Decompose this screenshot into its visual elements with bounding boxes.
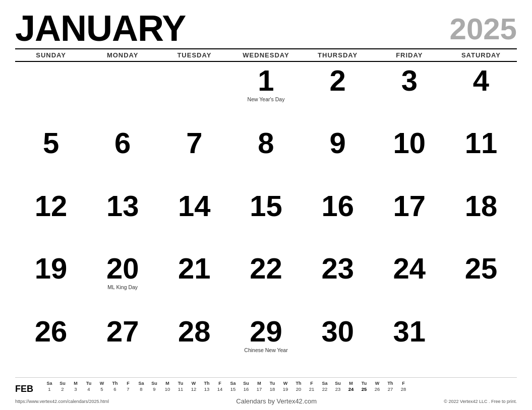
mini-day-label: Th xyxy=(200,381,213,386)
calendar-cell xyxy=(158,63,230,125)
holiday-label: ML King Day xyxy=(107,284,138,291)
mini-date: 12 xyxy=(187,386,200,392)
day-header-sunday: SUNDAY xyxy=(15,51,87,59)
day-number: 19 xyxy=(35,254,68,283)
day-number: 17 xyxy=(393,191,426,221)
calendar-cell xyxy=(15,63,87,125)
mini-date: 4 xyxy=(82,386,95,392)
day-number: 8 xyxy=(258,128,274,158)
day-number: 29 xyxy=(250,317,282,346)
calendar-cell: 15 xyxy=(230,188,302,251)
calendar-cell: 22 xyxy=(230,251,302,313)
day-number: 28 xyxy=(178,317,211,346)
calendar-cell: 9 xyxy=(302,125,374,188)
mini-day-label: Sa xyxy=(43,381,56,386)
calendar-cell: 6 xyxy=(87,125,158,188)
day-number: 26 xyxy=(35,317,68,346)
mini-date: 17 xyxy=(253,386,266,392)
mini-day-label: M xyxy=(253,381,266,386)
mini-day-label: F xyxy=(213,381,226,386)
footer-url: https://www.vertex42.com/calendars/2025.… xyxy=(15,399,109,404)
mini-dates-row: 1234567891011121314151617181920212223242… xyxy=(43,386,517,392)
mini-date: 13 xyxy=(200,386,213,392)
calendar-cell: 31 xyxy=(374,314,445,376)
holiday-label: Chinese New Year xyxy=(244,347,287,354)
mini-date: 15 xyxy=(226,386,240,392)
day-number: 18 xyxy=(465,191,498,221)
calendar-cell: 7 xyxy=(158,125,230,188)
mini-day-label: Th xyxy=(108,381,122,386)
day-number: 24 xyxy=(393,254,426,283)
calendar-cell: 1New Year's Day xyxy=(230,63,302,125)
calendar-cell: 19 xyxy=(15,251,87,313)
day-number: 20 xyxy=(106,254,139,283)
mini-day-label: F xyxy=(122,381,135,386)
calendar-cell: 10 xyxy=(374,125,445,188)
calendar-cell: 17 xyxy=(374,188,445,251)
days-header: SUNDAYMONDAYTUESDAYWEDNESDAYTHURSDAYFRID… xyxy=(15,48,517,62)
mini-date: 14 xyxy=(213,386,226,392)
mini-footer: FEB SaSuMTuWThFSaSuMTuWThFSaSuMTuWThFSaS… xyxy=(15,377,517,405)
day-number: 10 xyxy=(393,128,426,158)
mini-date: 16 xyxy=(240,386,253,392)
mini-date: 11 xyxy=(174,386,187,392)
day-number: 2 xyxy=(330,66,346,95)
mini-date: 22 xyxy=(318,386,331,392)
day-header-friday: FRIDAY xyxy=(374,51,445,59)
holiday-label: New Year's Day xyxy=(248,96,285,103)
day-header-monday: MONDAY xyxy=(87,51,158,59)
calendar-cell: 27 xyxy=(87,314,158,376)
day-header-tuesday: TUESDAY xyxy=(158,51,230,59)
mini-date: 10 xyxy=(161,386,174,392)
mini-date: 1 xyxy=(43,386,56,392)
mini-day-label: F xyxy=(397,381,410,386)
mini-date: 20 xyxy=(292,386,305,392)
day-number: 31 xyxy=(393,317,426,346)
day-number: 15 xyxy=(250,191,282,221)
mini-date: 7 xyxy=(122,386,135,392)
day-number: 1 xyxy=(258,66,274,95)
day-number: 7 xyxy=(186,128,202,158)
calendar-cell: 30 xyxy=(302,314,374,376)
calendar-cell: 23 xyxy=(302,251,374,313)
mini-day-label: Th xyxy=(384,381,397,386)
mini-day-label: W xyxy=(95,381,108,386)
calendar-cell: 25 xyxy=(445,251,517,313)
mini-date: 21 xyxy=(305,386,318,392)
calendar-cell: 16 xyxy=(302,188,374,251)
mini-day-label: W xyxy=(187,381,200,386)
mini-day-label: Su xyxy=(331,381,344,386)
bottom-bar: https://www.vertex42.com/calendars/2025.… xyxy=(15,395,517,405)
day-number: 3 xyxy=(401,66,418,95)
mini-date: 5 xyxy=(95,386,108,392)
calendar-cell: 3 xyxy=(374,63,445,125)
mini-day-label: Th xyxy=(292,381,305,386)
day-number: 23 xyxy=(321,254,354,283)
mini-day-label: Sa xyxy=(318,381,331,386)
day-header-thursday: THURSDAY xyxy=(302,51,374,59)
calendar-cell: 4 xyxy=(445,63,517,125)
mini-day-label: M xyxy=(161,381,174,386)
mini-date: 19 xyxy=(279,386,292,392)
mini-date: 9 xyxy=(148,386,161,392)
mini-date: 26 xyxy=(371,386,384,392)
mini-day-label: Sa xyxy=(226,381,240,386)
day-number: 16 xyxy=(321,191,354,221)
day-number: 4 xyxy=(473,66,489,95)
calendar-container: JANUARY 2025 SUNDAYMONDAYTUESDAYWEDNESDA… xyxy=(0,0,532,410)
mini-day-label: Tu xyxy=(174,381,187,386)
mini-date: 24 xyxy=(344,386,358,392)
day-header-saturday: SATURDAY xyxy=(445,51,517,59)
day-number: 25 xyxy=(465,254,498,283)
month-title: JANUARY xyxy=(15,10,186,46)
calendar-cell: 26 xyxy=(15,314,87,376)
mini-day-label: Su xyxy=(148,381,161,386)
calendar-cell: 2 xyxy=(302,63,374,125)
day-number: 9 xyxy=(330,128,346,158)
mini-day-label: Tu xyxy=(266,381,279,386)
footer-brand: Calendars by Vertex42.com xyxy=(236,397,317,405)
day-number: 5 xyxy=(43,128,59,158)
mini-day-label: Sa xyxy=(135,381,148,386)
mini-day-label: W xyxy=(371,381,384,386)
mini-date: 6 xyxy=(108,386,122,392)
